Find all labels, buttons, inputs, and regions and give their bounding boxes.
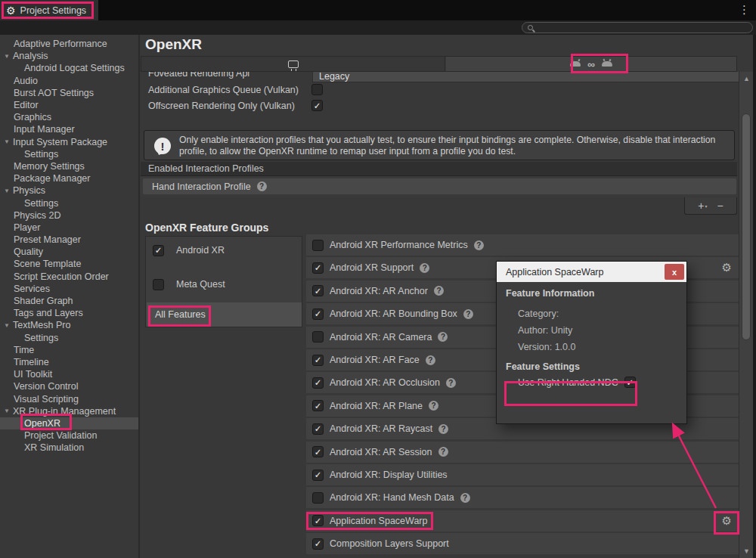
feature-checkbox[interactable]	[312, 308, 324, 320]
help-icon[interactable]: ?	[460, 493, 470, 503]
sidebar-item-label: Shader Graph	[14, 296, 73, 306]
scrollbar-thumb[interactable]	[742, 113, 751, 340]
feature-label: Android XR Support	[330, 262, 414, 273]
help-icon[interactable]: ?	[438, 447, 448, 457]
sidebar-item-burst-aot-settings[interactable]: Burst AOT Settings	[0, 87, 138, 99]
sidebar-item-services[interactable]: Services	[0, 283, 138, 295]
build-target-tabbar: ∞	[141, 56, 737, 72]
monitor-icon	[288, 60, 299, 68]
feature-row-android-xr-ar-session: Android XR: AR Session?	[306, 442, 739, 463]
feature-checkbox[interactable]	[312, 492, 324, 504]
help-icon[interactable]: ?	[438, 332, 448, 342]
sidebar-item-label: Burst AOT Settings	[14, 88, 94, 98]
feature-label: Android XR: AR Occlusion	[330, 377, 440, 388]
sidebar-item-label: Adaptive Performance	[14, 39, 107, 49]
sidebar-item-scene-template[interactable]: Scene Template	[0, 258, 138, 270]
feature-checkbox[interactable]	[312, 400, 324, 411]
sidebar-item-package-manager[interactable]: Package Manager	[0, 172, 138, 184]
sidebar-item-version-control[interactable]: Version Control	[0, 380, 138, 392]
popup-titlebar: Application SpaceWarp x	[497, 262, 686, 282]
project-settings-tab[interactable]: ⚙ Project Settings	[0, 0, 98, 20]
sidebar-item-label: Scene Template	[14, 259, 81, 269]
sidebar-item-label: Timeline	[14, 357, 49, 367]
sidebar-item-physics[interactable]: ▼Physics	[0, 184, 138, 197]
sidebar-item-preset-manager[interactable]: Preset Manager	[0, 234, 138, 246]
sidebar-item-label: Memory Settings	[14, 161, 85, 172]
sidebar-item-input-manager[interactable]: Input Manager	[0, 123, 138, 135]
sidebar-item-input-system-package[interactable]: ▼Input System Package	[0, 136, 138, 148]
sidebar-item-script-execution-order[interactable]: Script Execution Order	[0, 271, 138, 283]
feature-checkbox[interactable]	[312, 446, 324, 457]
help-icon[interactable]: ?	[474, 240, 484, 250]
kebab-menu-icon[interactable]: ⋮	[739, 3, 750, 17]
author-text: Author: Unity	[518, 325, 572, 336]
sidebar-item-android-logcat-settings[interactable]: Android Logcat Settings	[0, 62, 138, 74]
sidebar-item-visual-scripting[interactable]: Visual Scripting	[0, 392, 138, 405]
settings-sidebar: Adaptive Performance▼AnalysisAndroid Log…	[0, 35, 138, 558]
foldout-arrow-icon[interactable]: ▼	[4, 188, 13, 194]
tab-xr-platforms[interactable]: ∞	[446, 57, 736, 71]
help-icon[interactable]: ?	[446, 378, 456, 388]
feature-label: Android XR Performance Metrics	[330, 240, 468, 250]
help-icon[interactable]: ?	[438, 424, 448, 434]
feature-checkbox[interactable]	[312, 470, 324, 481]
feature-label: Android XR: AR Raycast	[330, 423, 432, 434]
foldout-arrow-icon[interactable]: ▼	[4, 322, 13, 329]
sidebar-item-project-validation[interactable]: Project Validation	[0, 429, 138, 442]
sidebar-item-tags-and-layers[interactable]: Tags and Layers	[0, 307, 138, 319]
feature-gear-icon[interactable]: ⚙	[722, 261, 732, 274]
sidebar-item-xr-simulation[interactable]: XR Simulation	[0, 442, 138, 454]
feature-information-header: Feature Information	[506, 288, 594, 299]
help-icon[interactable]: ?	[463, 309, 473, 319]
sidebar-item-textmesh-pro[interactable]: ▼TextMesh Pro	[0, 319, 138, 331]
search-input[interactable]	[522, 22, 753, 33]
feature-gear-icon[interactable]: ⚙	[722, 514, 732, 528]
feature-checkbox[interactable]	[312, 377, 324, 389]
sidebar-item-audio[interactable]: Audio	[0, 75, 138, 87]
feature-checkbox[interactable]	[312, 262, 324, 274]
feature-checkbox[interactable]	[312, 331, 324, 343]
feature-checkbox[interactable]	[312, 285, 324, 296]
feature-label: Composition Layers Support	[330, 538, 449, 549]
foldout-arrow-icon[interactable]: ▼	[4, 408, 13, 414]
sidebar-item-editor[interactable]: Editor	[0, 99, 138, 111]
feature-checkbox[interactable]	[312, 515, 324, 526]
feature-checkbox[interactable]	[312, 240, 324, 251]
sidebar-item-label: Physics	[13, 185, 45, 196]
feature-label: Android XR: AR Camera	[330, 332, 432, 343]
sidebar-item-player[interactable]: Player	[0, 222, 138, 234]
sidebar-item-openxr[interactable]: OpenXR	[0, 417, 138, 429]
foldout-arrow-icon[interactable]: ▼	[4, 138, 13, 145]
help-icon[interactable]: ?	[429, 401, 438, 411]
tab-desktop[interactable]	[141, 57, 445, 71]
help-icon[interactable]: ?	[420, 263, 429, 273]
sidebar-item-settings[interactable]: Settings	[0, 148, 138, 160]
sidebar-item-label: Tags and Layers	[14, 308, 83, 318]
sidebar-item-label: Settings	[24, 149, 58, 160]
scroll-down-icon[interactable]: ▼	[739, 547, 754, 555]
sidebar-item-graphics[interactable]: Graphics	[0, 111, 138, 123]
sidebar-item-xr-plug-in-management[interactable]: ▼XR Plug-in Management	[0, 405, 138, 417]
sidebar-item-timeline[interactable]: Timeline	[0, 356, 138, 368]
feature-checkbox[interactable]	[312, 538, 324, 550]
foldout-arrow-icon[interactable]: ▼	[4, 53, 13, 60]
sidebar-item-settings[interactable]: Settings	[0, 332, 138, 344]
sidebar-item-settings[interactable]: Settings	[0, 197, 138, 209]
close-icon[interactable]: x	[665, 264, 684, 280]
scroll-up-icon[interactable]: ▲	[739, 75, 754, 82]
sidebar-item-label: Project Validation	[24, 430, 97, 441]
vertical-scrollbar[interactable]: ▲ ▼	[739, 72, 753, 558]
feature-checkbox[interactable]	[312, 423, 324, 435]
feature-checkbox[interactable]	[312, 355, 324, 366]
sidebar-item-analysis[interactable]: ▼Analysis	[0, 50, 138, 62]
sidebar-item-memory-settings[interactable]: Memory Settings	[0, 160, 138, 172]
sidebar-item-ui-toolkit[interactable]: UI Toolkit	[0, 368, 138, 380]
sidebar-item-adaptive-performance[interactable]: Adaptive Performance	[0, 38, 138, 50]
sidebar-item-quality[interactable]: Quality	[0, 246, 138, 258]
sidebar-item-time[interactable]: Time	[0, 344, 138, 356]
help-icon[interactable]: ?	[426, 355, 435, 365]
sidebar-item-shader-graph[interactable]: Shader Graph	[0, 295, 138, 307]
sidebar-item-physics-2d[interactable]: Physics 2D	[0, 209, 138, 222]
help-icon[interactable]: ?	[434, 286, 444, 296]
ndc-checkbox[interactable]	[624, 377, 636, 388]
